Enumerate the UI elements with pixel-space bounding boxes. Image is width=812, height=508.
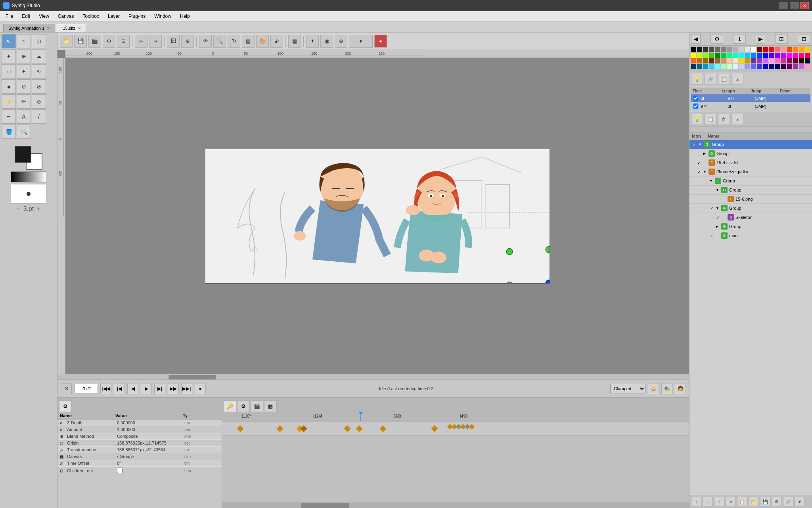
rt-btn-dup[interactable]: 📋: [705, 114, 716, 125]
tool-unknown10[interactable]: ⊘: [32, 94, 46, 109]
palette-cell-72[interactable]: [763, 64, 768, 69]
palette-cell-60[interactable]: [691, 64, 696, 69]
palette-cell-16[interactable]: [787, 47, 792, 52]
palette-cell-18[interactable]: [799, 47, 804, 52]
layer-arrow-7[interactable]: ▼: [716, 206, 720, 210]
btn-goto-start[interactable]: |◀◀: [100, 383, 111, 394]
palette-cell-74[interactable]: [775, 64, 780, 69]
timeline-tracks[interactable]: [222, 422, 689, 502]
layer-group-1[interactable]: ▶ G Group: [689, 149, 812, 158]
rt-btn-2[interactable]: 🔗: [705, 74, 716, 85]
palette-cell-68[interactable]: [739, 64, 744, 69]
canvas-tool-render[interactable]: 🎬: [88, 35, 101, 48]
keyframe-diamond-1h[interactable]: [431, 425, 438, 432]
nav-extra2[interactable]: ⊡: [798, 34, 810, 44]
layer-arrow-0[interactable]: ▼: [698, 142, 703, 146]
tab-15sifz[interactable]: *15.sifz ✕: [56, 24, 86, 32]
palette-cell-46[interactable]: [727, 58, 732, 63]
palette-cell-48[interactable]: [739, 58, 744, 63]
rt-btn-4[interactable]: ⊡: [732, 74, 743, 85]
palette-cell-47[interactable]: [733, 58, 738, 63]
lb-btn-folder[interactable]: 📂: [749, 497, 759, 506]
keyframe-diamond-1a[interactable]: [237, 425, 244, 432]
playback-loop-icon[interactable]: ⊙: [61, 383, 72, 394]
canvas-tool-grid[interactable]: ▦: [242, 35, 255, 48]
palette-cell-41[interactable]: [697, 58, 702, 63]
canvas-artwork[interactable]: [65, 58, 689, 374]
canvas-tool-tbl[interactable]: ▦: [288, 35, 301, 48]
wp-check-1[interactable]: [693, 96, 699, 101]
nav-info-icon[interactable]: ℹ: [733, 34, 746, 44]
palette-cell-3[interactable]: [709, 47, 714, 52]
palette-cell-29[interactable]: [745, 53, 750, 58]
timeline-scrollbar-thumb[interactable]: [301, 503, 349, 508]
canvas-tool-open[interactable]: 📁: [60, 35, 73, 48]
palette-cell-56[interactable]: [787, 58, 792, 63]
palette-cell-52[interactable]: [763, 58, 768, 63]
tool-unknown4[interactable]: ☁: [32, 49, 46, 63]
outline-box[interactable]: [11, 184, 46, 204]
rt-btn-del[interactable]: 🗑: [718, 114, 730, 125]
layer-check-7[interactable]: ✓: [709, 205, 715, 211]
timeline-tab-canvas[interactable]: ▦: [264, 401, 277, 412]
palette-cell-32[interactable]: [763, 53, 768, 58]
nav-settings-icon[interactable]: ⚙: [710, 34, 723, 44]
palette-cell-24[interactable]: [715, 53, 720, 58]
canvas-tool-film[interactable]: 🎞: [167, 35, 180, 48]
palette-cell-42[interactable]: [703, 58, 708, 63]
tool-bucket[interactable]: 🪣: [2, 125, 16, 139]
btn-prev-keyframe[interactable]: |◀: [114, 383, 125, 394]
palette-cell-0[interactable]: [691, 47, 696, 52]
tab-synfig-animation[interactable]: Synfig Animation 1 ✕: [3, 24, 55, 32]
nav-prev-btn[interactable]: ◀: [691, 34, 701, 44]
palette-cell-39[interactable]: [805, 53, 810, 58]
timeline-scrollbar[interactable]: [222, 502, 689, 508]
menu-plugins[interactable]: Plug-ins: [124, 13, 149, 20]
canvas-tool-save[interactable]: 💾: [74, 35, 87, 48]
palette-cell-21[interactable]: [697, 53, 702, 58]
palette-cell-63[interactable]: [709, 64, 714, 69]
palette-cell-53[interactable]: [769, 58, 774, 63]
rt-btn-3[interactable]: 📋: [718, 74, 730, 85]
close-button[interactable]: ✕: [800, 2, 809, 9]
children-lock-checkbox[interactable]: [117, 468, 123, 473]
tool-unknown2[interactable]: ✦: [2, 49, 16, 63]
rt-btn-extra[interactable]: ⊡: [732, 114, 743, 125]
canvas-tool-unknown1[interactable]: ⊡: [117, 35, 130, 48]
canvas-tool-magnify[interactable]: 🔍: [213, 35, 226, 48]
palette-cell-37[interactable]: [793, 53, 798, 58]
menu-window[interactable]: Window: [150, 13, 175, 20]
lb-btn-down[interactable]: ↓: [703, 497, 713, 506]
palette-cell-77[interactable]: [793, 64, 798, 69]
layer-group-4[interactable]: ✓ ▼ G Group: [689, 204, 812, 213]
timeline-tab-keyframes[interactable]: 🔑: [224, 401, 236, 412]
palette-cell-27[interactable]: [733, 53, 738, 58]
waypoint-row-1[interactable]: 0f 97f (JMP): [691, 94, 810, 102]
canvas-tool-settings[interactable]: ⚙: [103, 35, 115, 48]
palette-cell-51[interactable]: [757, 58, 762, 63]
lb-btn-delete[interactable]: ✕: [726, 497, 736, 506]
lb-btn-settings[interactable]: ⚙: [772, 497, 782, 506]
wp-check-2[interactable]: [693, 104, 699, 109]
palette-cell-71[interactable]: [757, 64, 762, 69]
palette-cell-31[interactable]: [757, 53, 762, 58]
layer-check-2[interactable]: ✓: [696, 159, 702, 166]
canvas-tool-extra[interactable]: ▼: [349, 35, 373, 48]
keyframe-diamond-1e[interactable]: [344, 425, 351, 432]
palette-cell-23[interactable]: [709, 53, 714, 58]
palette-cell-75[interactable]: [781, 64, 786, 69]
tool-unknown6[interactable]: ▣: [2, 79, 16, 94]
palette-cell-70[interactable]: [751, 64, 756, 69]
palette-cell-54[interactable]: [775, 58, 780, 63]
layer-arrow-5[interactable]: ▼: [716, 188, 720, 192]
menu-toolbox[interactable]: Toolbox: [79, 13, 103, 20]
layer-check-10[interactable]: ✓: [709, 232, 715, 239]
btn-onion-skin[interactable]: 🧅: [648, 383, 659, 394]
palette-cell-38[interactable]: [799, 53, 804, 58]
kf-cluster-d6[interactable]: [469, 424, 475, 429]
lb-btn-link[interactable]: 🔗: [783, 497, 793, 506]
keyframe-diamond-1f[interactable]: [356, 425, 363, 432]
palette-cell-5[interactable]: [721, 47, 726, 52]
palette-cell-11[interactable]: [757, 47, 762, 52]
palette-cell-14[interactable]: [775, 47, 780, 52]
